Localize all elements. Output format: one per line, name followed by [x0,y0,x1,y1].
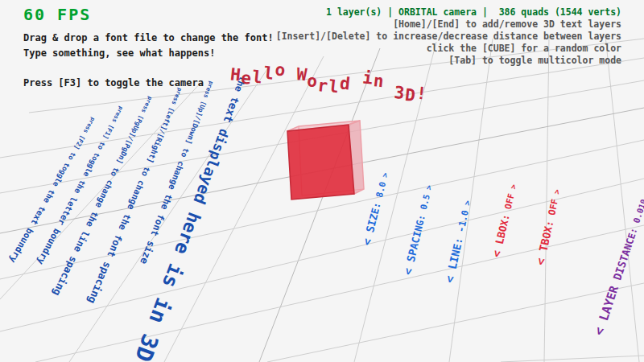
help-right-line-2: [Insert]/[Delete] to increase/decrease d… [276,31,621,43]
hud-right: 1 layer(s) | ORBITAL camera | 386 quads … [276,6,621,67]
cube[interactable] [286,119,366,203]
help-right-line-4: [Tab] to toggle multicolor mode [276,55,621,67]
help-left-line-1: Drag & drop a font file to change the fo… [23,31,274,46]
stats-text: 1 layer(s) | ORBITAL camera | 386 quads … [276,6,621,19]
fps-counter: 60 FPS [23,5,274,24]
text-draw-3d-demo-window: press [F2] to toggle the text boundry pr… [0,0,644,362]
help-left-line-3: Press [F3] to toggle the camera [23,76,274,91]
help-right-line-3: click the [CUBE] for a random color [276,43,621,55]
hud-left: 60 FPS Drag & drop a font file to change… [23,5,274,91]
help-right-line-1: [Home]/[End] to add/remove 3D text layer… [276,19,621,31]
help-left-line-2: Type something, see what happens! [23,46,274,61]
